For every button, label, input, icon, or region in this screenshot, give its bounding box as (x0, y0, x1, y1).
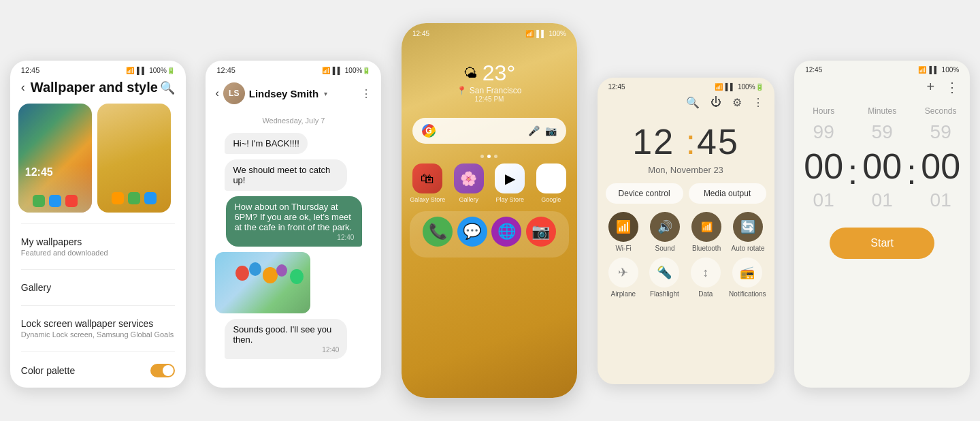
qs-battery-icon: 100%🔋 (738, 83, 764, 91)
qs-minutes: 45 (697, 122, 739, 161)
home-status-icons: 📶 ▌▌ 100% (525, 30, 566, 37)
app-play-store[interactable]: ▶ Play Store (492, 163, 528, 203)
lens-icon[interactable]: 📷 (545, 125, 557, 136)
weather-icon: 🌤 (463, 65, 477, 81)
menu-lock-screen[interactable]: Lock screen wallpaper services Dynamic L… (10, 309, 186, 348)
qs-tiles-row2: ✈ Airplane 🔦 Flashlight ↕ Data 📻 Notific… (598, 258, 774, 303)
home-time: 12:45 (412, 30, 429, 37)
divider-4 (21, 351, 175, 352)
timer-more-icon[interactable]: ⋮ (945, 79, 959, 95)
app-google[interactable]: Google (533, 163, 569, 203)
back-icon[interactable]: ‹ (21, 80, 25, 95)
home-screen-panel: 12:45 📶 ▌▌ 100% 🌤 23° 📍 San Francisco 12… (402, 23, 577, 398)
app-gallery[interactable]: 🌸 Gallery (451, 163, 487, 203)
search-action-icons: 🎤 📷 (528, 125, 557, 136)
qs-settings-icon[interactable]: ⚙ (732, 96, 742, 109)
mic-icon[interactable]: 🎤 (528, 125, 540, 136)
minutes-main[interactable]: 00 (853, 146, 911, 187)
qs-tile-airplane[interactable]: ✈ Airplane (606, 258, 642, 298)
hours-main[interactable]: 00 (794, 146, 853, 187)
qs-colon: : (674, 122, 697, 161)
wallpaper-style-panel: 12:45 📶 ▌▌ 100%🔋 ‹ Wallpaper and style 🔍… (10, 61, 186, 388)
avatar: LS (223, 82, 245, 104)
thumb1-clock: 12:45 (25, 166, 53, 178)
timer-battery-icon: 100% (942, 66, 960, 74)
bubble-time-2: 12:40 (233, 346, 339, 354)
timer-main-row: 00 00 00 00 : 00 : 00 (794, 146, 970, 187)
timer-start-area: Start (794, 214, 970, 259)
app-galaxy-store[interactable]: 🛍 Galaxy Store (410, 163, 446, 203)
qs-tile-flashlight[interactable]: 🔦 Flashlight (647, 258, 683, 298)
media-output-button[interactable]: Media output (689, 183, 766, 204)
location-icon: 📍 (457, 86, 467, 95)
weather-temp: 23° (483, 61, 515, 86)
hours-label: Hours (794, 106, 853, 116)
time-p2: 12:45 (216, 66, 235, 74)
qs-tile-wifi[interactable]: 📶 Wi-Fi (606, 212, 642, 252)
bubble-received-3: Sounds good. I'll see you then. 12:40 (225, 319, 347, 359)
timer-header: + ⋮ (794, 76, 970, 101)
app-label-play: Play Store (495, 196, 524, 203)
bubble-received-2: We should meet to catch up! (225, 159, 347, 191)
qs-power-icon[interactable]: ⏻ (710, 96, 721, 109)
timer-signal-icon: ▌▌ (929, 66, 938, 74)
wallpaper-previews: 12:45 (10, 104, 186, 221)
sound-tile-label: Sound (655, 245, 675, 252)
search-icon[interactable]: 🔍 (160, 80, 175, 95)
qs-tile-notifications[interactable]: 📻 Notifications (729, 258, 766, 298)
dock-camera-icon[interactable]: 📷 (526, 217, 556, 247)
more-icon[interactable]: ⋮ (361, 87, 372, 100)
timer-status-bar: 12:45 📶 ▌▌ 100% (794, 61, 970, 76)
qs-tiles-row1: 📶 Wi-Fi 🔊 Sound 📶 Bluetooth 🔄 Auto rotat… (598, 212, 774, 258)
qs-tile-sound[interactable]: 🔊 Sound (647, 212, 683, 252)
quick-settings-panel: 12:45 📶 ▌▌ 100%🔋 🔍 ⏻ ⚙ ⋮ 12 :45 Mon, Nov… (598, 78, 774, 384)
google-logo: G (422, 124, 436, 138)
back-icon-msg[interactable]: ‹ (215, 87, 218, 99)
qs-tile-autorotate[interactable]: 🔄 Auto rotate (730, 212, 766, 252)
menu-my-wallpapers[interactable]: My wallpapers Featured and downloaded (10, 227, 186, 266)
home-status-bar: 12:45 📶 ▌▌ 100% (402, 23, 577, 40)
play-store-icon: ▶ (495, 163, 525, 193)
google-icon (536, 163, 566, 193)
bluetooth-tile-label: Bluetooth (692, 245, 721, 252)
page-title: Wallpaper and style (31, 80, 158, 95)
airplane-tile-label: Airplane (610, 290, 636, 298)
menu-gallery[interactable]: Gallery (10, 272, 186, 302)
divider-2 (21, 269, 175, 270)
bubble-thursday: How about on Thursday at 6PM? If you are… (215, 193, 372, 249)
battery-icon-p2: 100%🔋 (345, 67, 371, 74)
qs-controls: 🔍 ⏻ ⚙ ⋮ (598, 93, 774, 114)
qs-signal-icon: ▌▌ (725, 83, 735, 91)
app-grid: 🛍 Galaxy Store 🌸 Gallery ▶ Play Store Go… (402, 161, 577, 211)
timer-panel: 12:45 📶 ▌▌ 100% + ⋮ Hours Minutes Second… (794, 61, 970, 388)
home-wifi-icon: 📶 (525, 30, 534, 37)
dock-phone-icon[interactable]: 📞 (423, 217, 453, 247)
add-timer-icon[interactable]: + (926, 79, 934, 95)
qs-tile-data[interactable]: ↕ Data (688, 258, 724, 298)
dock-messages-icon[interactable]: 💬 (457, 217, 487, 247)
qs-search-icon[interactable]: 🔍 (686, 96, 700, 109)
wallpaper-thumb-1[interactable]: 12:45 (18, 104, 92, 213)
wifi-tile-label: Wi-Fi (615, 245, 631, 252)
messages-panel: 12:45 📶 ▌▌ 100%🔋 ‹ LS Lindsey Smith ▾ ⋮ … (206, 61, 381, 388)
color-palette-toggle[interactable] (150, 364, 175, 377)
dot-3 (494, 155, 497, 158)
start-button[interactable]: Start (830, 228, 934, 259)
flashlight-tile-icon: 🔦 (649, 258, 679, 287)
qs-more-icon[interactable]: ⋮ (753, 96, 764, 109)
chevron-down-icon: ▾ (324, 90, 327, 97)
qs-tile-bluetooth[interactable]: 📶 Bluetooth (689, 212, 725, 252)
app-dock: 📞 💬 🌐 📷 (410, 211, 569, 258)
search-bar[interactable]: G 🎤 📷 (412, 118, 566, 144)
seconds-main[interactable]: 00 (911, 146, 970, 187)
contact-name: Lindsey Smith (249, 88, 319, 99)
wallpaper-thumb-2[interactable] (97, 104, 171, 213)
dot-1 (480, 155, 484, 158)
device-control-button[interactable]: Device control (606, 183, 683, 204)
weather-widget[interactable]: 🌤 23° 📍 San Francisco 12:45 PM (402, 40, 577, 110)
menu-color-palette[interactable]: Color palette (10, 354, 186, 387)
seconds-next: 01 (911, 189, 970, 211)
bubble-hi: Hi~! I'm BACK!!!! (215, 130, 372, 157)
dock-browser-icon[interactable]: 🌐 (491, 217, 521, 247)
message-image (215, 252, 310, 313)
